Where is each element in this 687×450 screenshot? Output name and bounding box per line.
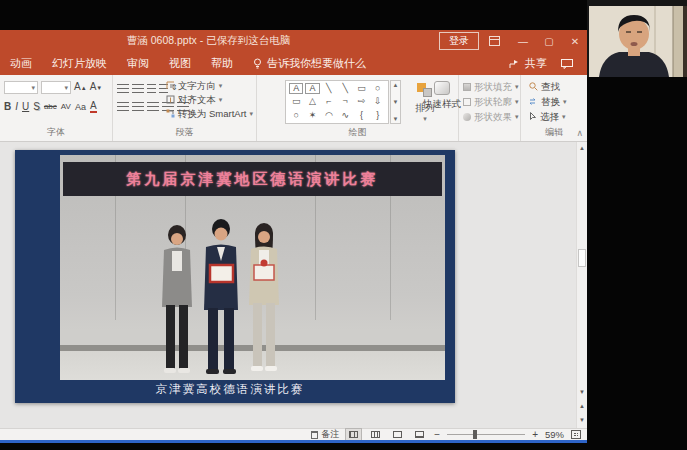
font-size-combo[interactable]: ▾ [41, 81, 71, 94]
scroll-down-icon[interactable]: ▼ [579, 386, 585, 398]
right-brace-shape-icon[interactable]: } [370, 109, 386, 122]
bold-button[interactable]: B [4, 101, 11, 113]
tab-animations[interactable]: 动画 [0, 52, 42, 75]
align-center-icon[interactable] [132, 102, 144, 111]
arc-shape-icon[interactable]: ◠ [321, 109, 337, 122]
change-case-button[interactable]: Aa [75, 101, 86, 113]
tab-view[interactable]: 视图 [159, 52, 201, 75]
oval-shape-icon[interactable]: ○ [370, 82, 386, 95]
down-arrow-shape-icon[interactable]: ⇩ [370, 95, 386, 108]
slide-sorter-view-button[interactable] [368, 429, 383, 440]
next-slide-icon[interactable]: ▼ [579, 414, 585, 426]
quick-styles-button[interactable]: 快速样式 [423, 79, 461, 135]
replace-button[interactable]: 替换▾ [529, 95, 567, 108]
select-icon [529, 112, 537, 121]
normal-view-button[interactable] [346, 429, 361, 440]
text-shadow-button[interactable]: S [33, 101, 40, 113]
fit-slide-to-window-icon[interactable] [571, 430, 581, 439]
comments-icon[interactable] [561, 59, 573, 69]
convert-smartart-button[interactable]: 转换为 SmartArt▾ [166, 107, 253, 120]
award-photo: 第九届京津冀地区德语演讲比赛 [60, 155, 445, 380]
maximize-button[interactable]: ▢ [541, 36, 557, 47]
zoom-in-button[interactable]: + [532, 429, 538, 440]
reading-view-button[interactable] [390, 429, 405, 440]
quick-styles-icon [434, 81, 450, 95]
vertical-scrollbar[interactable]: ▲ ▼ ▲ ▼ [576, 142, 587, 428]
previous-slide-icon[interactable]: ▲ [579, 400, 585, 412]
slide-caption[interactable]: 京津冀高校德语演讲比赛 [15, 382, 445, 397]
ribbon-display-options-icon[interactable] [489, 36, 505, 46]
decrease-indent-icon[interactable] [147, 84, 156, 93]
line-shape-icon[interactable]: ╲ [321, 82, 337, 95]
find-icon [529, 82, 538, 91]
zoom-out-button[interactable]: − [434, 429, 440, 440]
character-spacing-button[interactable]: AV [61, 101, 71, 113]
elbow-connector-icon[interactable]: ⌐ [321, 95, 337, 108]
align-left-icon[interactable] [117, 102, 129, 111]
shape-fill-button[interactable]: 形状填充▾ [463, 80, 519, 93]
font-group: ▾ ▾ A▲ A▼ B I U S abc AV Aa A 字体 [0, 75, 113, 141]
cloud-shape-icon[interactable]: ○ [288, 109, 304, 122]
align-right-icon[interactable] [147, 102, 159, 111]
find-button[interactable]: 查找 [529, 80, 567, 93]
share-label: 共享 [525, 56, 547, 71]
share-button[interactable]: 共享 [509, 56, 547, 71]
scrollbar-thumb[interactable] [578, 249, 586, 267]
minimize-button[interactable]: — [515, 36, 531, 47]
share-icon [509, 59, 520, 69]
shape-outline-button[interactable]: 形状轮廓▾ [463, 95, 519, 108]
text-direction-button[interactable]: 文字方向▾ [166, 79, 253, 92]
select-button[interactable]: 选择▾ [529, 110, 567, 123]
shape-effects-button[interactable]: 形状效果▾ [463, 110, 519, 123]
gallery-down-icon[interactable]: ▼ [393, 99, 399, 105]
font-name-combo[interactable]: ▾ [4, 81, 38, 94]
tab-slideshow[interactable]: 幻灯片放映 [42, 52, 117, 75]
gallery-more-icon[interactable]: ▼ [393, 116, 399, 122]
tell-me-box[interactable]: 告诉我你想要做什么 [243, 56, 376, 71]
people-illustration [60, 155, 445, 380]
curve-shape-icon[interactable]: ∿ [337, 109, 353, 122]
rounded-rect-shape-icon[interactable]: ▭ [288, 95, 304, 108]
sign-in-button[interactable]: 登录 [439, 32, 479, 50]
triangle-shape-icon[interactable]: △ [304, 95, 320, 108]
font-color-button[interactable]: A [90, 101, 97, 113]
shapes-gallery[interactable]: A A ╲ ╲ ▭ ○ ▭ △ ⌐ ¬ ⇨ ⇩ ○ ✶ ◠ ∿ { [285, 80, 389, 124]
zoom-percentage[interactable]: 59% [545, 429, 564, 440]
italic-button[interactable]: I [15, 101, 18, 113]
slide-canvas[interactable]: 第九届京津冀地区德语演讲比赛 [15, 150, 455, 403]
zoom-slider[interactable] [447, 434, 525, 435]
share-border-strip [0, 440, 587, 443]
scroll-up-icon[interactable]: ▲ [579, 142, 585, 154]
status-bar: 备注 − + 59% [0, 428, 587, 440]
right-arrow-shape-icon[interactable]: ⇨ [353, 95, 369, 108]
elbow-arrow-connector-icon[interactable]: ¬ [337, 95, 353, 108]
shape-style-group: 快速样式 形状填充▾ 形状轮廓▾ 形状效果▾ [459, 75, 521, 141]
strikethrough-button[interactable]: abc [44, 101, 57, 113]
tab-help[interactable]: 帮助 [201, 52, 243, 75]
scrollbar-track[interactable] [577, 154, 587, 386]
editing-group: 查找 替换▾ 选择▾ 编辑 ∧ [521, 75, 587, 141]
zoom-slider-thumb[interactable] [473, 430, 477, 439]
tab-review[interactable]: 审阅 [117, 52, 159, 75]
collapse-ribbon-icon[interactable]: ∧ [576, 128, 583, 138]
vertical-textbox-shape-icon[interactable]: A [304, 82, 320, 95]
shapes-gallery-scroll[interactable]: ▲ ▼ ▼ [390, 80, 401, 124]
underline-button[interactable]: U [22, 101, 29, 113]
tell-me-label: 告诉我你想要做什么 [267, 56, 366, 71]
align-text-button[interactable]: 对齐文本▾ [166, 93, 253, 106]
grow-font-button[interactable]: A▲ [74, 81, 87, 94]
shrink-font-button[interactable]: A▼ [90, 81, 103, 94]
shape-fill-icon [463, 83, 471, 91]
normal-view-icon [349, 431, 358, 438]
rectangle-shape-icon[interactable]: ▭ [353, 82, 369, 95]
paragraph-group: ⇕ 文字方向▾ 对齐文本▾ [113, 75, 257, 141]
left-brace-shape-icon[interactable]: { [353, 109, 369, 122]
close-button[interactable]: ✕ [567, 36, 583, 47]
bullets-icon[interactable] [117, 84, 129, 93]
star-shape-icon[interactable]: ✶ [304, 109, 320, 122]
textbox-shape-icon[interactable]: A [288, 82, 304, 95]
numbering-icon[interactable] [132, 84, 144, 93]
slideshow-view-button[interactable] [412, 429, 427, 440]
gallery-up-icon[interactable]: ▲ [393, 82, 399, 88]
arrow-line-shape-icon[interactable]: ╲ [337, 82, 353, 95]
